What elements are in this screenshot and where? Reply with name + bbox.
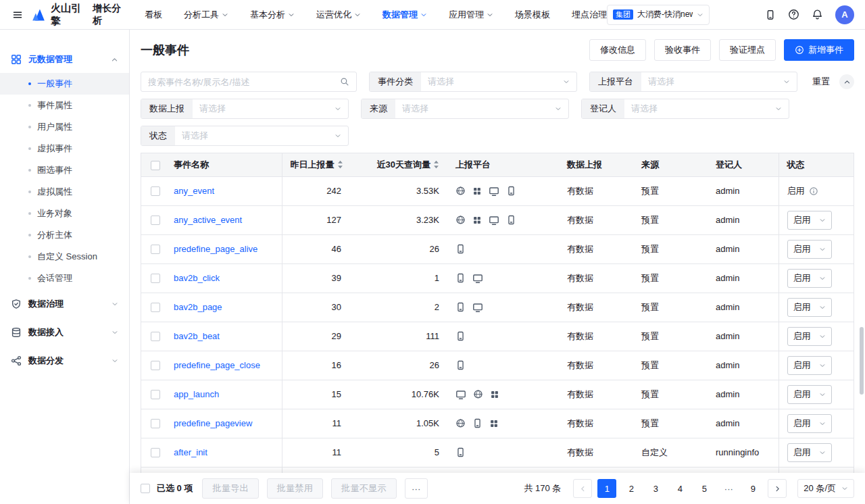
yesterday-count: 242 bbox=[282, 176, 349, 205]
page-button[interactable]: 3 bbox=[646, 479, 665, 498]
row-checkbox[interactable] bbox=[151, 390, 160, 399]
status-select[interactable]: 启用 bbox=[787, 240, 832, 259]
batch-action-button[interactable]: 批量导出 bbox=[202, 478, 258, 499]
device-icon[interactable] bbox=[765, 9, 776, 20]
status-select[interactable]: 启用 bbox=[787, 211, 832, 230]
topnav-item[interactable]: 分析工具 bbox=[184, 9, 228, 21]
add-event-button[interactable]: 新增事件 bbox=[784, 39, 854, 61]
row-checkbox[interactable] bbox=[151, 245, 160, 254]
topnav-item[interactable]: 埋点治理 bbox=[572, 9, 607, 21]
secondary-action-button[interactable]: 验收事件 bbox=[654, 39, 711, 61]
sidebar-group[interactable]: 数据治理 bbox=[0, 291, 129, 318]
sidebar-item[interactable]: 分析主体 bbox=[0, 224, 129, 246]
row-checkbox[interactable] bbox=[151, 332, 160, 341]
page-button[interactable]: 4 bbox=[670, 479, 689, 498]
sidebar-item[interactable]: 自定义 Session bbox=[0, 246, 129, 268]
event-name-link[interactable]: any_event bbox=[174, 186, 214, 196]
sidebar-item[interactable]: 圈选事件 bbox=[0, 159, 129, 181]
table-row: bav2b_page302有数据预置admin启用 bbox=[141, 293, 854, 322]
search-input[interactable] bbox=[148, 77, 335, 87]
row-checkbox[interactable] bbox=[151, 419, 160, 428]
status-select[interactable]: 启用 bbox=[787, 327, 832, 346]
topnav-item[interactable]: 场景模板 bbox=[515, 9, 550, 21]
filter-select[interactable]: 来源请选择 bbox=[361, 99, 569, 119]
search-icon[interactable] bbox=[340, 77, 349, 86]
chevron-down-icon bbox=[819, 449, 826, 456]
filter-select[interactable]: 数据上报请选择 bbox=[141, 99, 349, 119]
event-name-link[interactable]: bav2b_click bbox=[174, 273, 220, 283]
next-page-button[interactable] bbox=[768, 479, 787, 498]
vertical-scrollbar[interactable] bbox=[860, 327, 864, 395]
status-select[interactable]: 启用 bbox=[787, 298, 832, 317]
sort-icon[interactable] bbox=[433, 160, 439, 169]
secondary-action-button[interactable]: 修改信息 bbox=[589, 39, 646, 61]
data-report-status: 有数据 bbox=[559, 409, 633, 438]
page-button[interactable]: 5 bbox=[695, 479, 714, 498]
sidebar-group[interactable]: 数据分发 bbox=[0, 347, 129, 374]
sidebar-item[interactable]: 业务对象 bbox=[0, 203, 129, 224]
batch-action-button[interactable]: 批量不显示 bbox=[331, 478, 397, 499]
avatar[interactable]: A bbox=[835, 5, 854, 24]
row-checkbox[interactable] bbox=[151, 274, 160, 283]
sidebar-item[interactable]: 虚拟属性 bbox=[0, 181, 129, 203]
header-cell: 状态 bbox=[778, 153, 854, 176]
row-checkbox[interactable] bbox=[151, 216, 160, 225]
status-select[interactable]: 启用 bbox=[787, 414, 832, 433]
footer-select-all-checkbox[interactable] bbox=[141, 484, 150, 493]
sidebar-item[interactable]: 一般事件 bbox=[0, 73, 129, 95]
page-button[interactable]: 2 bbox=[622, 479, 641, 498]
chevron-down-icon bbox=[819, 246, 826, 253]
sort-icon[interactable] bbox=[337, 160, 343, 169]
event-name-link[interactable]: any_active_event bbox=[174, 215, 242, 225]
help-icon[interactable] bbox=[788, 9, 799, 20]
prev-page-button[interactable] bbox=[573, 479, 592, 498]
status-select[interactable]: 启用 bbox=[787, 269, 832, 288]
topnav-item[interactable]: 应用管理 bbox=[449, 9, 493, 21]
event-name-link[interactable]: after_init bbox=[174, 447, 207, 457]
event-name-link[interactable]: predefine_page_alive bbox=[174, 244, 257, 254]
event-name-link[interactable]: app_launch bbox=[174, 389, 219, 399]
row-checkbox[interactable] bbox=[151, 448, 160, 457]
reset-button[interactable]: 重置 bbox=[812, 76, 830, 88]
topnav-item[interactable]: 运营优化 bbox=[316, 9, 361, 21]
page-button[interactable]: 1 bbox=[597, 479, 616, 498]
filter-select[interactable]: 事件分类请选择 bbox=[369, 72, 577, 92]
workspace-selector[interactable]: 集团 大消费-快消new bbox=[607, 5, 710, 25]
sidebar-group[interactable]: 数据接入 bbox=[0, 319, 129, 346]
status-select[interactable]: 启用 bbox=[787, 356, 832, 375]
topnav-item[interactable]: 看板 bbox=[145, 9, 162, 21]
event-name-link[interactable]: bav2b_beat bbox=[174, 331, 220, 341]
event-name-link[interactable]: predefine_pageview bbox=[174, 418, 252, 428]
page-button[interactable]: 9 bbox=[743, 479, 762, 498]
filter-select[interactable]: 上报平台请选择 bbox=[589, 72, 797, 92]
collapse-filters-button[interactable] bbox=[839, 74, 854, 89]
chevron-up-icon bbox=[111, 56, 118, 64]
batch-action-button[interactable]: 批量禁用 bbox=[267, 478, 323, 499]
more-actions-button[interactable]: ··· bbox=[405, 478, 428, 499]
row-checkbox[interactable] bbox=[151, 303, 160, 312]
sidebar-item[interactable]: 会话管理 bbox=[0, 268, 129, 289]
row-checkbox[interactable] bbox=[151, 361, 160, 370]
filter-select[interactable]: 登记人请选择 bbox=[581, 99, 789, 119]
sidebar-item[interactable]: 事件属性 bbox=[0, 95, 129, 116]
event-name-link[interactable]: predefine_page_close bbox=[174, 360, 260, 370]
bell-icon[interactable] bbox=[812, 9, 823, 20]
info-icon[interactable] bbox=[809, 186, 818, 196]
page-ellipsis: ··· bbox=[719, 479, 738, 498]
topnav-item[interactable]: 基本分析 bbox=[250, 9, 295, 21]
select-all-checkbox[interactable] bbox=[151, 161, 160, 170]
sidebar-item[interactable]: 虚拟事件 bbox=[0, 138, 129, 159]
event-name-link[interactable]: bav2b_page bbox=[174, 302, 222, 312]
sidebar-group[interactable]: 元数据管理 bbox=[0, 46, 129, 73]
hamburger-menu-icon[interactable] bbox=[11, 8, 24, 22]
page-size-select[interactable]: 20 条/页 bbox=[797, 479, 854, 498]
topnav-item[interactable]: 数据管理 bbox=[382, 9, 427, 21]
sidebar-item[interactable]: 用户属性 bbox=[0, 116, 129, 138]
status-select[interactable]: 启用 bbox=[787, 385, 832, 404]
row-checkbox[interactable] bbox=[151, 186, 160, 196]
status-select[interactable]: 启用 bbox=[787, 443, 832, 462]
query30-count: 5 bbox=[349, 438, 447, 467]
secondary-action-button[interactable]: 验证埋点 bbox=[719, 39, 776, 61]
platform-icons bbox=[455, 244, 551, 254]
filter-select[interactable]: 状态请选择 bbox=[141, 126, 349, 146]
